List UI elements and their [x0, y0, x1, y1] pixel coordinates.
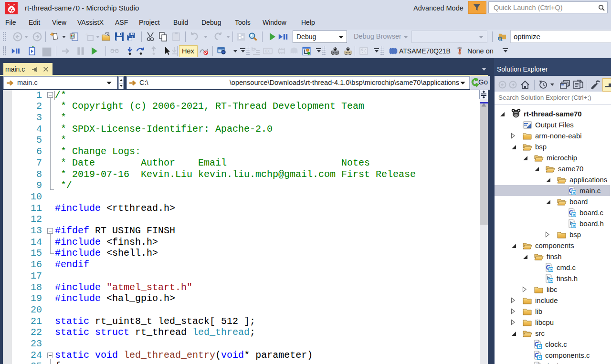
svg-text:0X: 0X: [265, 49, 270, 53]
